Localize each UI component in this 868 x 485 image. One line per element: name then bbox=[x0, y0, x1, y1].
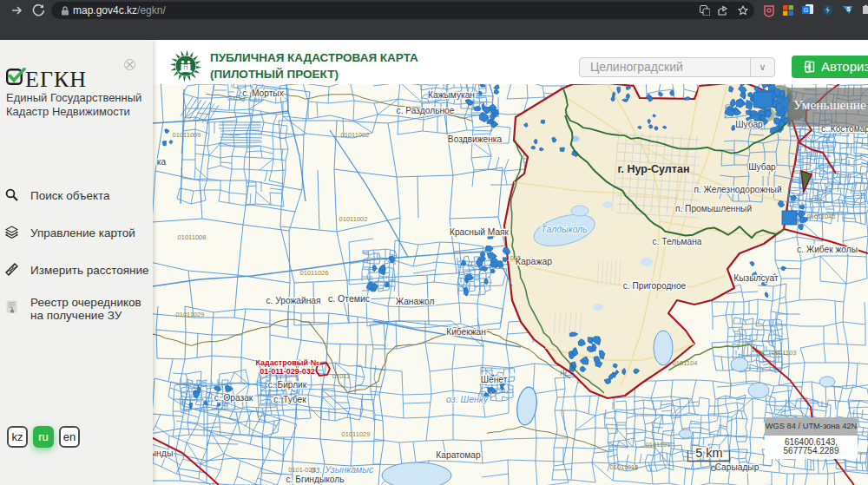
svg-text:01011045: 01011045 bbox=[807, 213, 836, 220]
svg-text:Шубар: Шубар bbox=[735, 120, 763, 129]
svg-text:Талдыколь: Талдыколь bbox=[541, 224, 587, 234]
svg-text:01011: 01011 bbox=[332, 372, 350, 380]
svg-text:с. Тубек: с. Тубек bbox=[273, 395, 306, 404]
svg-text:с. Отемис: с. Отемис bbox=[328, 293, 370, 304]
svg-text:Красный Маяк: Красный Маяк bbox=[450, 227, 510, 237]
svg-text:01011009: 01011009 bbox=[173, 131, 201, 139]
svg-text:5 km: 5 km bbox=[695, 446, 722, 460]
svg-text:п. Железнодорожный: п. Железнодорожный bbox=[694, 185, 781, 194]
svg-text:Кибекжан: Кибекжан bbox=[446, 327, 486, 337]
svg-text:Каратомар: Каратомар bbox=[436, 450, 481, 460]
svg-text:оз. Шенку: оз. Шенку bbox=[446, 394, 489, 404]
svg-text:с. Жибек жолы: с. Жибек жолы bbox=[797, 245, 858, 254]
svg-text:0101101: 0101101 bbox=[646, 441, 671, 449]
svg-text:0101104: 0101104 bbox=[673, 359, 698, 367]
svg-text:с. Тельмана: с. Тельмана bbox=[653, 237, 702, 246]
svg-text:S: S bbox=[846, 6, 851, 12]
svg-text:Жанажол: Жанажол bbox=[396, 297, 435, 306]
svg-text:с. Мортых: с. Мортых bbox=[242, 88, 284, 98]
svg-text:Шубар: Шубар bbox=[748, 162, 776, 172]
svg-text:с. Оразак: с. Оразак bbox=[214, 393, 253, 403]
svg-text:01011016: 01011016 bbox=[610, 463, 639, 471]
svg-text:01011026: 01011026 bbox=[300, 269, 329, 277]
svg-text:01-011-029-032: 01-011-029-032 bbox=[260, 367, 315, 376]
svg-text:с. Раздольное: с. Раздольное bbox=[397, 106, 455, 115]
svg-text:оз. Узынкамыс: оз. Узынкамыс bbox=[311, 464, 374, 475]
svg-text:01011029: 01011029 bbox=[176, 311, 205, 318]
svg-text:ынды: ынды bbox=[153, 448, 174, 458]
svg-text:г. Нур-Султан: г. Нур-Султан bbox=[618, 163, 690, 175]
svg-text:01011008: 01011008 bbox=[178, 233, 207, 241]
svg-text:Шенет: Шенет bbox=[481, 375, 508, 384]
svg-text:Кызылсуат: Кызылсуат bbox=[733, 273, 779, 283]
svg-text:с. Урожайная: с. Урожайная bbox=[266, 296, 321, 305]
svg-text:Сарыадыр: Сарыадыр bbox=[715, 462, 760, 472]
svg-text:0101-028: 0101-028 bbox=[288, 466, 316, 474]
svg-text:G: G bbox=[804, 7, 808, 13]
svg-text:ка: ка bbox=[157, 157, 167, 167]
svg-text:0101103: 0101103 bbox=[772, 349, 797, 357]
svg-text:с. Пригородное: с. Пригородное bbox=[623, 281, 687, 291]
svg-text:с. Бгиндыколь: с. Бгиндыколь bbox=[286, 475, 344, 484]
svg-text:Кадастровый №: Кадастровый № bbox=[255, 358, 319, 367]
svg-text:Кажымукан: Кажымукан bbox=[428, 90, 475, 100]
svg-text:п. Промышленный: п. Промышленный bbox=[675, 204, 752, 213]
svg-text:Воздвиженка: Воздвиженка bbox=[448, 134, 503, 144]
svg-text:01011002: 01011002 bbox=[339, 215, 368, 223]
svg-text:01011002: 01011002 bbox=[341, 131, 370, 139]
svg-text:015: 015 bbox=[510, 254, 522, 262]
svg-text:01011029: 01011029 bbox=[342, 430, 371, 438]
svg-text:с. Бирлик: с. Бирлик bbox=[268, 380, 307, 390]
